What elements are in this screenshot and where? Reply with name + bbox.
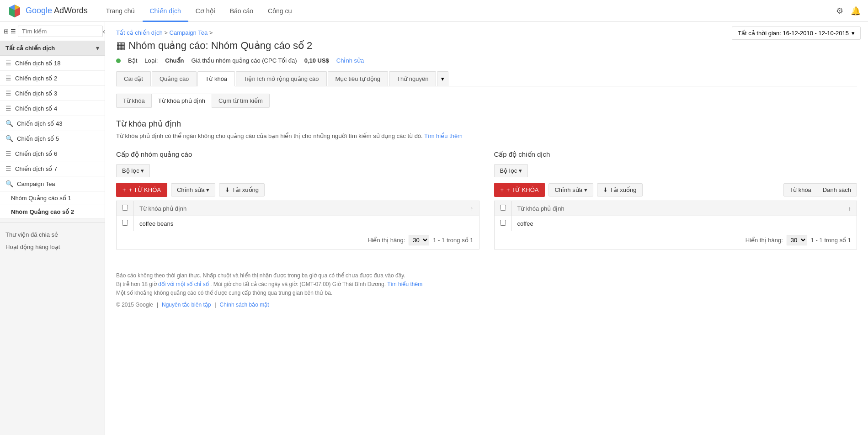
nav-bao-cao[interactable]: Báo cáo xyxy=(223,0,261,22)
sidebar: ⊞ ☰ « Tất cả chiến dịch ▾ ☰ Chiến dịch s… xyxy=(0,22,105,435)
right-select-all-checkbox[interactable] xyxy=(500,205,506,211)
sidebar-thu-vien[interactable]: Thư viện đã chia sẻ xyxy=(5,228,99,241)
footer-sep1: | xyxy=(157,302,158,308)
right-view-buttons: Từ khóa Danh sách xyxy=(783,183,857,196)
plus-icon: + xyxy=(501,186,504,193)
tab-thu-nguyen[interactable]: Thử nguyên xyxy=(389,71,436,86)
left-edit-button[interactable]: Chỉnh sửa ▾ xyxy=(171,183,215,196)
nav-cong-cu[interactable]: Công cụ xyxy=(261,0,299,22)
left-select-all-checkbox[interactable] xyxy=(122,205,128,211)
breadcrumb-sep2: > xyxy=(209,29,213,36)
status-row: Bật Loại: Chuẩn Giá thầu nhóm quảng cáo … xyxy=(116,57,857,64)
sidebar-header-label: Tất cả chiến dịch xyxy=(5,45,55,52)
tab-tien-ich[interactable]: Tiện ích mở rộng quảng cáo xyxy=(236,71,326,86)
left-row-checkbox[interactable] xyxy=(122,220,128,226)
right-add-kw-label: + TỪ KHÓA xyxy=(506,186,538,193)
breadcrumb-all[interactable]: Tất cả chiến dịch xyxy=(116,29,163,36)
sort-arrow: ↑ xyxy=(470,205,474,212)
right-per-page-select[interactable]: 30 xyxy=(787,235,807,245)
sidebar-item-campaign43[interactable]: 🔍 Chiến dịch số 43 xyxy=(0,116,105,131)
campaign-icon: 🔍 xyxy=(5,180,13,187)
page-title-icon: ▦ xyxy=(116,40,128,51)
sidebar-item-label: Chiến dịch số 4 xyxy=(15,105,57,112)
sidebar-sub-item-nhom2[interactable]: Nhóm Quảng cáo số 2 xyxy=(0,205,105,219)
left-download-button[interactable]: ⬇ Tải xuống xyxy=(219,183,265,196)
sidebar-item-campaign3[interactable]: ☰ Chiến dịch số 3 xyxy=(0,86,105,101)
tabs: Cài đặt Quảng cáo Từ khóa Tiện ích mở rộ… xyxy=(116,71,857,86)
left-column: Cấp độ nhóm quảng cáo Bộ lọc ▾ + + TỪ KH… xyxy=(116,150,479,249)
right-view-list-button[interactable]: Danh sách xyxy=(817,183,857,196)
right-download-button[interactable]: ⬇ Tải xuống xyxy=(597,183,643,196)
sidebar-icons: ⊞ ☰ xyxy=(4,28,16,35)
sidebar-item-campaign6[interactable]: ☰ Chiến dịch số 6 xyxy=(0,146,105,161)
right-edit-button[interactable]: Chỉnh sửa ▾ xyxy=(548,183,593,196)
left-per-page-select[interactable]: 30 xyxy=(409,235,429,245)
right-view-kw-button[interactable]: Từ khóa xyxy=(783,183,817,196)
sidebar-item-label: Campaign Tea xyxy=(17,180,55,187)
nav-trang-chu[interactable]: Trang chủ xyxy=(99,0,143,22)
footer-links: © 2015 Google | Nguyên tắc biên tập | Ch… xyxy=(116,302,857,308)
footer-link-learn[interactable]: Tìm hiểu thêm xyxy=(387,281,422,287)
left-download-label: Tải xuống xyxy=(232,186,259,193)
tab-muc-tieu[interactable]: Mục tiêu tự động xyxy=(328,71,388,86)
sidebar-hoat-dong[interactable]: Hoạt động hàng loạt xyxy=(5,241,99,253)
right-range-label: 1 - 1 trong số 1 xyxy=(811,237,851,244)
sub-tab-tu-khoa-phu-dinh[interactable]: Từ khóa phủ định xyxy=(151,94,212,108)
footer-link-bao-mat[interactable]: Chính sách bảo mật xyxy=(220,302,269,308)
nav-links: Trang chủ Chiến dịch Cơ hội Báo cáo Công… xyxy=(99,0,836,22)
bell-icon[interactable]: 🔔 xyxy=(851,6,861,16)
left-filter-button[interactable]: Bộ lọc ▾ xyxy=(116,164,150,177)
left-add-keyword-button[interactable]: + + TỪ KHÓA xyxy=(116,183,167,197)
tab-tu-khoa[interactable]: Từ khóa xyxy=(197,71,235,86)
nav-co-hoi[interactable]: Cơ hội xyxy=(188,0,223,22)
status-dot xyxy=(116,58,121,63)
sidebar-item-label: Chiến dịch số 18 xyxy=(15,60,61,67)
sidebar-item-campaign18[interactable]: ☰ Chiến dịch số 18 xyxy=(0,56,105,71)
sidebar-item-campaign4[interactable]: ☰ Chiến dịch số 4 xyxy=(0,101,105,116)
page-title-prefix: Nhóm quảng cáo: xyxy=(128,40,211,51)
right-add-keyword-button[interactable]: + + TỪ KHÓA xyxy=(494,183,545,197)
sidebar-sub-item-nhom1[interactable]: Nhóm Quảng cáo số 1 xyxy=(0,191,105,205)
nav-chien-dich[interactable]: Chiến dịch xyxy=(143,0,188,22)
collapse-button[interactable]: « xyxy=(103,27,105,36)
left-col-title: Cấp độ nhóm quảng cáo xyxy=(116,150,479,159)
download-icon: ⬇ xyxy=(603,186,608,193)
settings-icon[interactable]: ⚙ xyxy=(836,6,843,16)
footer-link-some[interactable]: đối với một số chỉ số xyxy=(158,281,209,287)
sub-tab-cum-tu[interactable]: Cụm từ tìm kiếm xyxy=(212,94,270,108)
sidebar-item-campaign5[interactable]: 🔍 Chiến dịch số 5 xyxy=(0,131,105,146)
logo-text: Google AdWords xyxy=(26,6,88,16)
sidebar-item-campaign-tea[interactable]: 🔍 Campaign Tea xyxy=(0,176,105,191)
sidebar-item-label: Chiến dịch số 5 xyxy=(17,135,59,142)
breadcrumb-campaign[interactable]: Campaign Tea xyxy=(170,29,208,36)
date-range-button[interactable]: Tất cả thời gian: 16-12-2010 - 12-10-201… xyxy=(732,27,861,40)
left-edit-label: Chỉnh sửa xyxy=(177,186,204,193)
edit-link[interactable]: Chỉnh sửa xyxy=(336,57,364,64)
sub-tab-tu-khoa[interactable]: Từ khóa xyxy=(116,94,152,108)
learn-more-link[interactable]: Tìm hiểu thêm xyxy=(424,133,463,139)
campaign-icon: 🔍 xyxy=(5,135,13,142)
negative-kw-title: Từ khóa phủ định xyxy=(116,119,857,129)
sidebar-item-campaign7[interactable]: ☰ Chiến dịch số 7 xyxy=(0,161,105,176)
right-filter-button[interactable]: Bộ lọc ▾ xyxy=(494,164,528,177)
right-row-checkbox[interactable] xyxy=(500,220,506,226)
logo-icon xyxy=(7,4,22,18)
right-column: Cấp độ chiến dịch Bộ lọc ▾ + + TỪ KHÓA C… xyxy=(494,150,857,249)
status-type-value: Chuẩn xyxy=(165,57,184,64)
search-input[interactable] xyxy=(18,26,103,37)
chevron-down-icon: ▾ xyxy=(584,186,587,193)
list-icon: ☰ xyxy=(11,28,16,35)
footer-line2-pre: Bị trễ hơn 18 giờ xyxy=(116,281,158,287)
tab-more-button[interactable]: ▾ xyxy=(437,71,448,86)
tab-quang-cao[interactable]: Quảng cáo xyxy=(152,71,197,86)
left-row-checkbox-cell xyxy=(117,216,134,231)
chevron-down-icon: ▾ xyxy=(206,186,209,193)
footer-link-bien-tap[interactable]: Nguyên tắc biên tập xyxy=(162,302,211,308)
page-title-name: Nhóm Quảng cáo số 2 xyxy=(211,40,313,51)
nav-icons: ⚙ 🔔 xyxy=(836,6,861,16)
left-toolbar: + + TỪ KHÓA Chỉnh sửa ▾ ⬇ Tải xuống xyxy=(116,183,479,197)
footer-sep2: | xyxy=(214,302,216,308)
tab-cai-dat[interactable]: Cài đặt xyxy=(116,71,151,86)
sidebar-item-campaign2[interactable]: ☰ Chiến dịch số 2 xyxy=(0,71,105,86)
left-add-kw-label: + TỪ KHÓA xyxy=(129,186,161,193)
